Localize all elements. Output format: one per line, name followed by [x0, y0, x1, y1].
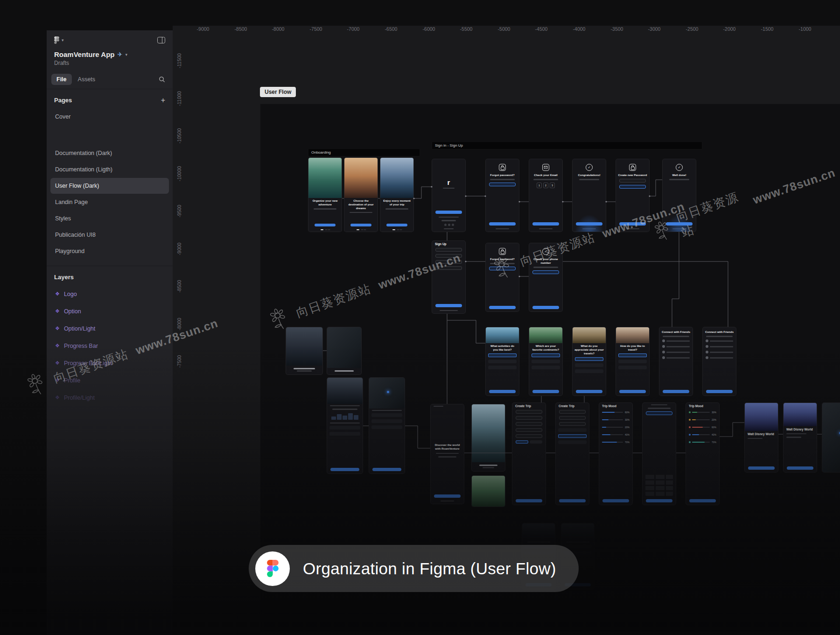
layer-label: Option	[64, 308, 81, 315]
caption-text: Organization in Figma (User Flow)	[303, 559, 556, 578]
component-icon: ❖	[55, 378, 60, 383]
layer-label: Profile	[64, 377, 80, 384]
layer-item-profile[interactable]: ❖ Profile	[47, 372, 173, 389]
page-item-documentation-dark[interactable]: Documentation (Dark)	[50, 145, 169, 161]
layer-item-progress-bar[interactable]: ❖ Progress Bar	[47, 337, 173, 354]
figma-logo-icon	[267, 560, 279, 577]
project-title: RoamVenture App	[54, 50, 114, 58]
layer-item-option[interactable]: ❖ Option	[47, 303, 173, 320]
page-item-documentation-light[interactable]: Documentation (Ligth)	[50, 162, 169, 177]
add-page-button[interactable]: +	[161, 98, 165, 103]
figma-main-menu-button[interactable]: ▾	[54, 36, 64, 44]
page-item-user-flow-dark[interactable]: User Flow (Dark)	[50, 178, 169, 194]
caption-banner: Organization in Figma (User Flow)	[249, 545, 579, 592]
project-location: Drafts	[47, 58, 173, 71]
figma-app-window: -9000 -8500 -8000 -7500 -7000 -6500 -600…	[0, 0, 840, 635]
layer-item-logo[interactable]: ❖ Logo	[47, 285, 173, 303]
search-button[interactable]	[156, 75, 168, 84]
toggle-sidebar-button[interactable]	[157, 37, 165, 43]
component-icon: ❖	[55, 309, 60, 314]
pages-section-header: Pages +	[47, 89, 173, 108]
component-icon: ❖	[55, 395, 60, 400]
page-item-playground[interactable]: Playground	[50, 243, 169, 259]
layer-label: Option/Light	[64, 325, 95, 332]
panel-toggle-icon	[157, 37, 165, 43]
layer-label: Progress Bar/Light	[64, 360, 112, 367]
plane-emoji: ✈	[117, 51, 122, 58]
component-icon: ❖	[55, 360, 60, 366]
tab-file[interactable]: File	[51, 74, 72, 85]
layer-label: Profile/Light	[64, 395, 95, 401]
page-item-publicacion-ui8[interactable]: Publicación UI8	[50, 227, 169, 243]
left-sidebar: ▾ RoamVenture App ✈ ▾ Drafts File Assets	[47, 30, 173, 635]
layers-section-header: Layers	[47, 266, 173, 285]
figma-logo-icon	[54, 36, 59, 44]
sidebar-tabs: File Assets	[47, 71, 173, 89]
search-icon	[159, 76, 165, 83]
chevron-down-icon: ▾	[125, 52, 127, 57]
tab-assets[interactable]: Assets	[73, 74, 101, 85]
page-item-styles[interactable]: Styles	[50, 211, 169, 226]
project-title-row[interactable]: RoamVenture App ✈ ▾	[47, 45, 173, 58]
layers-header-label: Layers	[54, 274, 74, 281]
layer-item-profile-light[interactable]: ❖ Profile/Light	[47, 389, 173, 406]
chevron-down-icon: ▾	[62, 38, 64, 42]
pages-header-label: Pages	[54, 97, 72, 104]
layer-label: Progress Bar	[64, 343, 98, 349]
layer-label: Logo	[64, 291, 77, 297]
component-icon: ❖	[55, 326, 60, 331]
page-item-landing-page[interactable]: Landin Page	[50, 194, 169, 210]
layer-item-option-light[interactable]: ❖ Option/Light	[47, 320, 173, 337]
layer-item-progress-bar-light[interactable]: ❖ Progress Bar/Light	[47, 354, 173, 372]
figma-logo-badge	[255, 551, 290, 586]
component-icon: ❖	[55, 343, 60, 348]
component-icon: ❖	[55, 291, 60, 296]
page-item-cover[interactable]: Cover	[50, 109, 169, 125]
